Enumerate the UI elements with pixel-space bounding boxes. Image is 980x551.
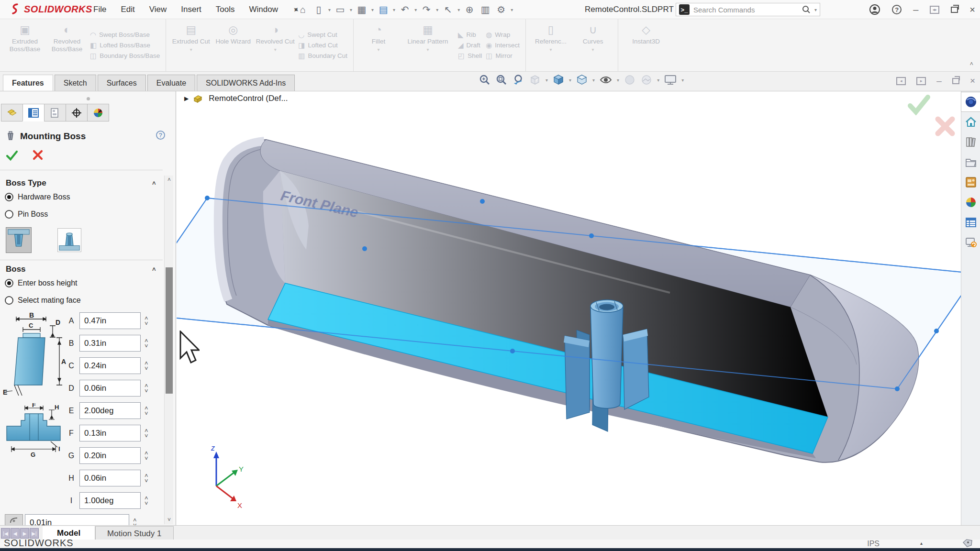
param-spinner-c[interactable]: ˄˅ [145, 361, 148, 371]
fillet-caret-icon[interactable]: ▾ [378, 47, 380, 53]
boundary-cut-button[interactable]: ▥ Boundary Cut [298, 52, 347, 60]
print-caret-icon[interactable]: ▾ [393, 7, 395, 12]
lofted-boss-base-button[interactable]: ◧ Lofted Boss/Base [90, 41, 160, 50]
boss-type-collapse-icon[interactable]: ˄ [152, 179, 156, 187]
tab-evaluate[interactable]: Evaluate [147, 75, 195, 91]
intersect-button[interactable]: ◉ Intersect [486, 41, 520, 50]
tab-configuration-manager[interactable] [44, 104, 66, 121]
reference-geometry-button[interactable]: ▯ Referenc... ▾ [530, 21, 572, 69]
tab-property-manager[interactable] [22, 104, 45, 121]
enter-boss-height-radio-circle[interactable] [5, 279, 13, 287]
display-style-icon[interactable] [576, 74, 588, 86]
search-icon[interactable] [802, 5, 811, 14]
panel-splitter-handle[interactable] [87, 97, 90, 100]
param-spinner-g[interactable]: ˄˅ [145, 451, 148, 461]
param-spinner-i[interactable]: ˄˅ [145, 496, 148, 506]
revolved-boss-base-button[interactable]: ◐ Revolved Boss/Base [46, 21, 88, 69]
hide-show-items-icon[interactable] [599, 74, 612, 86]
ribbon-collapse-icon[interactable]: ˄ [969, 60, 973, 67]
collapse-right-pane-icon[interactable]: ▸ [916, 77, 926, 85]
reference-caret-icon[interactable]: ▾ [550, 47, 552, 53]
revolved-cut-caret-icon[interactable]: ▾ [274, 47, 277, 53]
redo-caret-icon[interactable]: ▾ [436, 7, 438, 12]
linear-pattern-caret-icon[interactable]: ▾ [427, 47, 429, 53]
feature-tree-label[interactable]: RemoteControl (Def... [209, 94, 288, 103]
tab-surfaces[interactable]: Surfaces [98, 75, 146, 91]
hardware-boss-radio-circle[interactable] [5, 193, 13, 201]
save-icon[interactable]: ▦ [356, 4, 368, 15]
view-settings-icon[interactable] [664, 74, 677, 86]
edit-appearance-icon[interactable] [624, 74, 636, 86]
appearances-icon[interactable] [961, 193, 980, 212]
feature-tree-flyout[interactable]: ▶ RemoteControl (Def... [184, 93, 288, 104]
hole-wizard-button[interactable]: ◎ Hole Wizard [212, 21, 254, 69]
param-input-a[interactable] [79, 312, 141, 329]
extruded-cut-button[interactable]: ▤ Extruded Cut ▾ [170, 21, 212, 69]
tab-motion-study[interactable]: Motion Study 1 [95, 526, 173, 540]
menu-view[interactable]: View [149, 5, 167, 14]
redo-icon[interactable]: ↷ [420, 4, 433, 15]
rebuild-icon[interactable]: ▥ [479, 4, 491, 15]
menu-insert[interactable]: Insert [181, 5, 201, 14]
tree-expand-icon[interactable]: ▶ [184, 95, 189, 102]
param-input-h[interactable] [79, 470, 141, 486]
boss-header[interactable]: Boss [6, 264, 26, 274]
fillet-button[interactable]: ◔ Fillet ▾ [357, 21, 400, 69]
curves-button[interactable]: ∪ Curves ▾ [572, 21, 614, 69]
hardware-boss-radio[interactable]: Hardware Boss [5, 193, 70, 201]
param-input-g[interactable] [79, 447, 141, 464]
help-icon[interactable]: ? [892, 5, 902, 14]
design-library-icon[interactable] [961, 132, 980, 152]
window-layout-icon[interactable]: ◂▸ [930, 6, 939, 14]
boss-orientation-down-button[interactable] [6, 227, 32, 253]
param-input-b[interactable] [79, 335, 141, 352]
window-minimize-icon[interactable]: – [913, 4, 918, 15]
open-caret-icon[interactable]: ▾ [350, 7, 352, 12]
menu-window[interactable]: Window [249, 5, 278, 14]
display-style-caret-icon[interactable]: ▾ [592, 77, 595, 83]
draft-button[interactable]: ◢ Draft [458, 41, 482, 50]
cancel-button[interactable] [33, 150, 43, 160]
apply-scene-icon[interactable] [640, 74, 653, 86]
boss-type-header[interactable]: Boss Type [6, 178, 46, 188]
section-caret-icon[interactable]: ▾ [546, 77, 548, 83]
select-mating-face-radio[interactable]: Select mating face [5, 296, 81, 305]
doc-restore-icon[interactable] [952, 78, 959, 84]
mirror-button[interactable]: ◫ Mirror [486, 52, 520, 60]
view-orientation-caret-icon[interactable]: ▾ [569, 77, 571, 83]
scroll-down-icon[interactable]: ˅ [165, 517, 174, 523]
prev-tab-icon[interactable]: ◀ [11, 528, 20, 539]
view-orientation-icon[interactable] [552, 74, 565, 86]
lofted-cut-button[interactable]: ◨ Lofted Cut [298, 41, 347, 50]
options-gear-icon[interactable]: ⚙ [495, 4, 507, 15]
new-document-icon[interactable]: ▯ [312, 4, 325, 15]
undo-caret-icon[interactable]: ▾ [414, 7, 417, 12]
param-input-fillet[interactable] [25, 514, 129, 525]
shell-button[interactable]: ◰ Shell [458, 52, 482, 60]
param-spinner-a[interactable]: ˄˅ [145, 316, 148, 326]
tag-status-icon[interactable] [962, 539, 973, 548]
property-help-icon[interactable]: ? [156, 131, 165, 140]
scroll-up-icon[interactable]: ˄ [165, 176, 174, 183]
tab-feature-manager[interactable] [1, 104, 23, 121]
file-explorer-icon[interactable] [961, 153, 980, 172]
print-icon[interactable]: ▤ [377, 4, 390, 15]
solidworks-resources-icon[interactable] [961, 92, 980, 111]
search-caret-icon[interactable]: ▾ [814, 7, 817, 12]
doc-minimize-icon[interactable]: – [936, 76, 942, 86]
extruded-cut-caret-icon[interactable]: ▾ [190, 47, 192, 53]
enter-boss-height-radio[interactable]: Enter boss height [5, 279, 78, 287]
param-input-c[interactable] [79, 357, 141, 374]
menu-edit[interactable]: Edit [121, 5, 134, 14]
solidworks-forum-icon[interactable] [961, 233, 980, 252]
custom-properties-icon[interactable] [961, 213, 980, 232]
confirmation-ok-icon[interactable] [906, 94, 931, 115]
extruded-boss-base-button[interactable]: ▣ Extruded Boss/Base [4, 21, 46, 69]
last-tab-icon[interactable]: ▶| [30, 528, 39, 539]
panel-scrollbar[interactable]: ˄ ˅ [164, 176, 173, 524]
boundary-boss-base-button[interactable]: ◫ Boundary Boss/Base [90, 52, 160, 60]
new-caret-icon[interactable]: ▾ [328, 7, 331, 12]
param-spinner-h[interactable]: ˄˅ [145, 473, 148, 484]
boss-orientation-up-button[interactable] [57, 228, 81, 252]
account-icon[interactable] [869, 4, 880, 15]
